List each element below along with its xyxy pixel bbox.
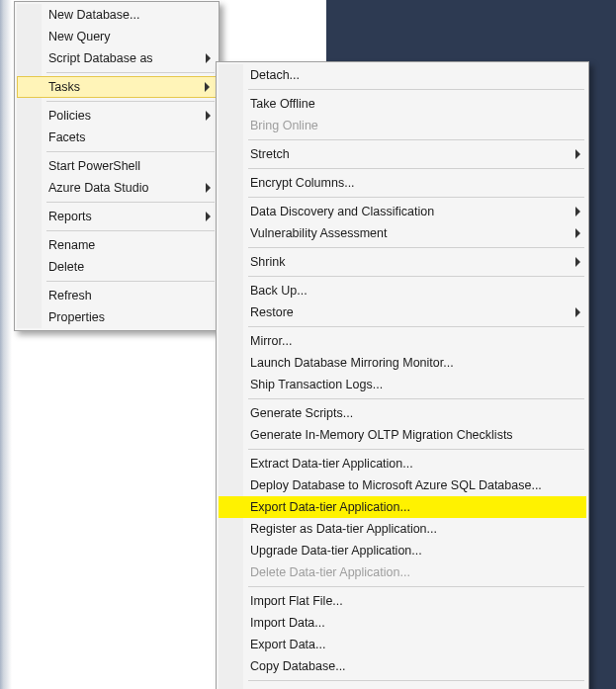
menu-item-label: Detach... bbox=[250, 68, 300, 82]
menu-separator bbox=[248, 326, 584, 327]
menu-item-label: Stretch bbox=[250, 147, 290, 161]
menu-item-label: Reports bbox=[48, 210, 92, 223]
menu-item-label: Azure Data Studio bbox=[48, 181, 148, 195]
menu-item-upgrade-data-tier[interactable]: Upgrade Data-tier Application... bbox=[219, 540, 586, 561]
menu-item-label: Rename bbox=[48, 238, 95, 252]
menu-separator bbox=[46, 202, 215, 203]
submenu-arrow-icon bbox=[205, 82, 210, 92]
menu-item-ship-transaction-logs[interactable]: Ship Transaction Logs... bbox=[219, 374, 586, 395]
menu-item-label: Import Data... bbox=[250, 616, 325, 630]
menu-item-label: Deploy Database to Microsoft Azure SQL D… bbox=[250, 478, 542, 492]
menu-item-register-data-tier[interactable]: Register as Data-tier Application... bbox=[219, 518, 586, 540]
menu-item-new-database[interactable]: New Database... bbox=[17, 4, 217, 26]
menu-item-label: New Query bbox=[48, 30, 111, 43]
menu-item-restore[interactable]: Restore bbox=[219, 301, 586, 323]
menu-item-label: Ship Transaction Logs... bbox=[250, 378, 383, 391]
menu-item-script-database-as[interactable]: Script Database as bbox=[17, 47, 217, 69]
menu-item-shrink[interactable]: Shrink bbox=[219, 251, 586, 273]
panel-edge bbox=[0, 0, 12, 689]
menu-item-label: Bring Online bbox=[250, 119, 318, 132]
menu-separator bbox=[248, 680, 584, 681]
menu-item-manage-encryption[interactable]: Manage Database Encryption... bbox=[219, 684, 586, 689]
menu-item-delete[interactable]: Delete bbox=[17, 256, 217, 278]
menu-item-label: Data Discovery and Classification bbox=[250, 205, 434, 218]
menu-separator bbox=[46, 230, 215, 231]
menu-separator bbox=[248, 449, 584, 450]
menu-item-label: Upgrade Data-tier Application... bbox=[250, 544, 422, 558]
menu-item-properties[interactable]: Properties bbox=[17, 306, 217, 328]
menu-item-launch-mirroring-monitor[interactable]: Launch Database Mirroring Monitor... bbox=[219, 352, 586, 374]
menu-separator bbox=[248, 398, 584, 399]
menu-item-label: Take Offline bbox=[250, 97, 315, 111]
menu-item-copy-database[interactable]: Copy Database... bbox=[219, 655, 586, 677]
submenu-arrow-icon bbox=[575, 257, 580, 267]
menu-item-stretch[interactable]: Stretch bbox=[219, 143, 586, 165]
menu-item-label: Generate In-Memory OLTP Migration Checkl… bbox=[250, 428, 513, 442]
menu-item-label: Start PowerShell bbox=[48, 159, 140, 173]
menu-separator bbox=[248, 168, 584, 169]
menu-item-label: Copy Database... bbox=[250, 659, 346, 673]
submenu-arrow-icon bbox=[575, 207, 580, 216]
menu-item-label: Back Up... bbox=[250, 284, 308, 298]
menu-item-policies[interactable]: Policies bbox=[17, 105, 217, 127]
menu-item-label: Register as Data-tier Application... bbox=[250, 522, 437, 536]
submenu-arrow-icon bbox=[206, 183, 211, 193]
menu-item-label: Tasks bbox=[48, 80, 80, 94]
menu-item-data-discovery[interactable]: Data Discovery and Classification bbox=[219, 201, 586, 222]
menu-item-vulnerability-assessment[interactable]: Vulnerability Assessment bbox=[219, 222, 586, 244]
menu-separator bbox=[248, 276, 584, 277]
menu-item-label: Refresh bbox=[48, 289, 92, 302]
menu-item-label: Mirror... bbox=[250, 334, 292, 348]
menu-item-label: Shrink bbox=[250, 255, 285, 269]
menu-item-extract-data-tier[interactable]: Extract Data-tier Application... bbox=[219, 453, 586, 474]
menu-item-label: Properties bbox=[48, 310, 105, 324]
menu-item-generate-scripts[interactable]: Generate Scripts... bbox=[219, 402, 586, 424]
menu-item-label: Vulnerability Assessment bbox=[250, 226, 388, 240]
menu-item-label: Policies bbox=[48, 109, 91, 123]
menu-separator bbox=[248, 586, 584, 587]
menu-item-take-offline[interactable]: Take Offline bbox=[219, 93, 586, 115]
menu-item-start-powershell[interactable]: Start PowerShell bbox=[17, 155, 217, 177]
menu-item-label: Import Flat File... bbox=[250, 594, 343, 608]
menu-separator bbox=[46, 72, 215, 73]
menu-item-label: New Database... bbox=[48, 8, 139, 22]
context-menu-tasks: Detach... Take Offline Bring Online Stre… bbox=[216, 61, 589, 689]
menu-item-label: Delete bbox=[48, 260, 84, 274]
submenu-arrow-icon bbox=[206, 212, 211, 221]
submenu-arrow-icon bbox=[575, 228, 580, 238]
context-menu-primary: New Database... New Query Script Databas… bbox=[14, 1, 220, 331]
menu-item-export-data[interactable]: Export Data... bbox=[219, 634, 586, 655]
menu-item-azure-data-studio[interactable]: Azure Data Studio bbox=[17, 177, 217, 199]
menu-item-facets[interactable]: Facets bbox=[17, 127, 217, 148]
menu-separator bbox=[248, 89, 584, 90]
menu-item-tasks[interactable]: Tasks bbox=[17, 76, 217, 98]
menu-item-label: Restore bbox=[250, 305, 294, 319]
menu-item-import-flat-file[interactable]: Import Flat File... bbox=[219, 590, 586, 612]
menu-separator bbox=[248, 247, 584, 248]
menu-item-rename[interactable]: Rename bbox=[17, 234, 217, 256]
submenu-arrow-icon bbox=[206, 53, 211, 63]
app-background: New Database... New Query Script Databas… bbox=[0, 0, 616, 689]
menu-item-export-data-tier[interactable]: Export Data-tier Application... bbox=[219, 496, 586, 518]
menu-separator bbox=[248, 139, 584, 140]
submenu-arrow-icon bbox=[206, 111, 211, 121]
menu-item-reports[interactable]: Reports bbox=[17, 206, 217, 227]
menu-item-mirror[interactable]: Mirror... bbox=[219, 330, 586, 352]
menu-separator bbox=[46, 281, 215, 282]
menu-item-label: Generate Scripts... bbox=[250, 406, 353, 420]
menu-item-encrypt-columns[interactable]: Encrypt Columns... bbox=[219, 172, 586, 194]
menu-separator bbox=[46, 101, 215, 102]
menu-item-label: Delete Data-tier Application... bbox=[250, 565, 410, 579]
menu-item-delete-data-tier: Delete Data-tier Application... bbox=[219, 561, 586, 583]
menu-item-new-query[interactable]: New Query bbox=[17, 26, 217, 47]
menu-item-label: Encrypt Columns... bbox=[250, 176, 355, 190]
menu-item-back-up[interactable]: Back Up... bbox=[219, 280, 586, 301]
menu-item-label: Extract Data-tier Application... bbox=[250, 457, 413, 471]
menu-item-generate-oltp-checklists[interactable]: Generate In-Memory OLTP Migration Checkl… bbox=[219, 424, 586, 446]
menu-item-deploy-to-azure[interactable]: Deploy Database to Microsoft Azure SQL D… bbox=[219, 474, 586, 496]
menu-item-import-data[interactable]: Import Data... bbox=[219, 612, 586, 634]
menu-separator bbox=[248, 197, 584, 198]
menu-item-label: Launch Database Mirroring Monitor... bbox=[250, 356, 454, 370]
menu-item-refresh[interactable]: Refresh bbox=[17, 285, 217, 306]
menu-item-detach[interactable]: Detach... bbox=[219, 64, 586, 86]
